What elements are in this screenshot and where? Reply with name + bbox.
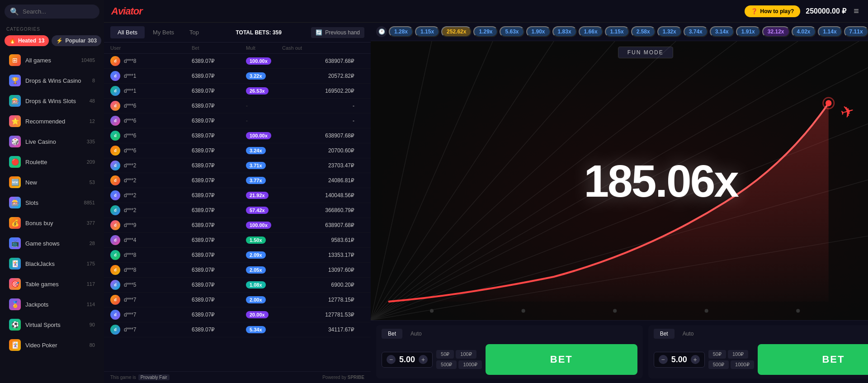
sidebar-item-video-poker[interactable]: 🃏 Video Poker 80: [3, 335, 101, 355]
mult-pill-3[interactable]: 1.29x: [473, 26, 498, 37]
mult-pill-0[interactable]: 1.28x: [389, 26, 413, 37]
search-input[interactable]: [23, 8, 94, 15]
sidebar-icon-recommended: ⭐: [9, 115, 21, 127]
quick-1000-1[interactable]: 1000₽: [458, 360, 481, 369]
sidebar-item-table-games[interactable]: 🎯 Table games 117: [3, 274, 101, 294]
mult-pill-7[interactable]: 1.66x: [579, 26, 603, 37]
mult-pill-9[interactable]: 2.58x: [631, 26, 656, 37]
mult-pill-1[interactable]: 1.15x: [415, 26, 439, 37]
menu-button[interactable]: ≡: [852, 4, 861, 18]
user-cell: d d***8: [110, 265, 192, 275]
aviator-logo: Aviator: [111, 5, 142, 17]
how-to-play-button[interactable]: ❓ How to play?: [745, 5, 801, 17]
sidebar-item-jackpots[interactable]: 🏅 Jackpots 114: [3, 294, 101, 314]
mult-pill-13[interactable]: 1.91x: [736, 26, 760, 37]
user-cell: d d***8: [110, 250, 192, 260]
bet-increase-1[interactable]: +: [419, 355, 428, 364]
quick-100-1[interactable]: 100₽: [456, 350, 476, 359]
mult-badge: 100.00x: [246, 132, 271, 139]
quick-50-1[interactable]: 50₽: [436, 350, 454, 359]
sidebar-icon-roulette: 🔴: [9, 156, 21, 168]
sidebar-item-game-shows[interactable]: 📺 Game shows 28: [3, 233, 101, 253]
user-name: d***7: [124, 312, 136, 318]
prev-hand-button[interactable]: 🔄 Previous hand: [311, 27, 364, 38]
table-row: d d***1 6389.07₽ 3.22x 20572.82₽: [104, 69, 371, 84]
bet-action-btn-1[interactable]: BET: [486, 344, 637, 375]
avatar: d: [110, 295, 120, 305]
game-canvas: FUN MODE: [371, 41, 868, 320]
mult-pill-6[interactable]: 1.83x: [552, 26, 577, 37]
sidebar-item-slots[interactable]: 🎰 Slots 8851: [3, 193, 101, 213]
bet-tab-1-auto[interactable]: Auto: [404, 329, 428, 339]
mult-cell: 100.00x: [246, 57, 282, 65]
cashout-amount: 140048.56₽: [282, 192, 354, 199]
bet-tab-2-auto[interactable]: Auto: [676, 329, 700, 339]
user-cell: d d***7: [110, 295, 192, 305]
sidebar-item-bonus-buy[interactable]: 💰 Bonus buy 377: [3, 213, 101, 233]
mult-pill-12[interactable]: 3.14x: [710, 26, 734, 37]
mult-cell: 1.08x: [246, 281, 282, 288]
mult-pill-5[interactable]: 1.90x: [526, 26, 551, 37]
sidebar-item-roulette[interactable]: 🔴 Roulette 209: [3, 152, 101, 172]
mult-pill-4[interactable]: 5.63x: [500, 26, 524, 37]
quick-500-1[interactable]: 500₽: [436, 360, 457, 369]
mult-pill-17[interactable]: 7.11x: [844, 26, 868, 37]
quick-100-2[interactable]: 100₽: [728, 350, 748, 359]
search-icon: 🔍: [10, 7, 19, 16]
mult-pill-14[interactable]: 32.12x: [762, 26, 790, 37]
mult-cell: 3.24x: [246, 147, 282, 154]
avatar: d: [110, 325, 120, 335]
svg-point-12: [826, 100, 832, 106]
sidebar-item-drops-wins-slots[interactable]: 🎰 Drops & Wins Slots 48: [3, 91, 101, 111]
mult-pill-2[interactable]: 252.62x: [441, 26, 472, 37]
history-clock-button[interactable]: 🕐: [376, 26, 387, 37]
cashout-amount: 12778.15₽: [282, 297, 354, 303]
tab-top[interactable]: Top: [182, 26, 206, 38]
provably-fair-footer: This game is Provably Fair Powered by SP…: [104, 371, 371, 383]
mult-pill-16[interactable]: 1.14x: [818, 26, 842, 37]
bet-amount-val-1: 5.00: [399, 355, 415, 364]
bet-amount: 6389.07₽: [192, 326, 246, 333]
quick-50-2[interactable]: 50₽: [708, 350, 726, 359]
sidebar-icon-slots: 🎰: [9, 197, 21, 208]
content-area: All Bets My Bets Top TOTAL BETS: 359 🔄 P…: [104, 23, 868, 383]
bet-decrease-2[interactable]: −: [659, 355, 668, 364]
sidebar-item-all-games[interactable]: ⊞ All games 10485: [3, 50, 101, 70]
bet-decrease-1[interactable]: −: [387, 355, 396, 364]
cashout-amount: 366860.79₽: [282, 207, 354, 213]
bet-increase-2[interactable]: +: [691, 355, 700, 364]
bet-input-row-2: − 5.00 + 50₽ 100₽ 500₽ 1000₽: [654, 344, 868, 375]
quick-1000-2[interactable]: 1000₽: [731, 360, 754, 369]
user-cell: d d***7: [110, 310, 192, 320]
user-name: d***6: [124, 147, 136, 154]
top-bar-right: ❓ How to play? 250000.00 ₽ ≡: [745, 4, 861, 18]
sidebar-item-virtual-sports[interactable]: ⚽ Virtual Sports 90: [3, 315, 101, 335]
user-cell: d d***8: [110, 56, 192, 66]
table-row: d d***2 6389.07₽ 3.77x 24086.81₽: [104, 173, 371, 188]
sidebar-item-blackjacks[interactable]: 🃏 BlackJacks 175: [3, 254, 101, 274]
sidebar-item-recommended[interactable]: ⭐ Recommended 12: [3, 111, 101, 131]
sidebar-count-drops-wins-casino: 8: [92, 78, 95, 83]
tab-all-bets[interactable]: All Bets: [110, 26, 145, 38]
sidebar-item-drops-wins-casino[interactable]: 🏆 Drops & Wins Casino 8: [3, 71, 101, 90]
user-name: d***8: [124, 58, 136, 64]
heated-btn[interactable]: 🔥 Heated 13: [5, 35, 49, 46]
popular-btn[interactable]: ⚡ Popular 303: [52, 35, 101, 46]
sidebar-count-roulette: 209: [87, 159, 95, 165]
search-bar[interactable]: 🔍: [5, 5, 99, 19]
sidebar-item-new[interactable]: 🆕 New 53: [3, 172, 101, 192]
tab-my-bets[interactable]: My Bets: [146, 26, 181, 38]
mult-pill-10[interactable]: 1.32x: [657, 26, 682, 37]
sidebar-count-video-poker: 80: [90, 342, 95, 348]
quick-500-2[interactable]: 500₽: [708, 360, 729, 369]
bet-tab-1-bet[interactable]: Bet: [382, 329, 402, 339]
heated-count: 13: [38, 38, 44, 44]
sidebar-item-live-casino[interactable]: 🎲 Live Casino 335: [3, 132, 101, 151]
popular-label: Popular: [65, 38, 85, 44]
user-name: d***6: [124, 103, 136, 109]
bet-tab-2-bet[interactable]: Bet: [654, 329, 675, 339]
mult-pill-8[interactable]: 1.15x: [605, 26, 629, 37]
mult-pill-15[interactable]: 4.02x: [792, 26, 816, 37]
bet-action-btn-2[interactable]: BET: [758, 344, 868, 375]
mult-pill-11[interactable]: 3.74x: [684, 26, 708, 37]
